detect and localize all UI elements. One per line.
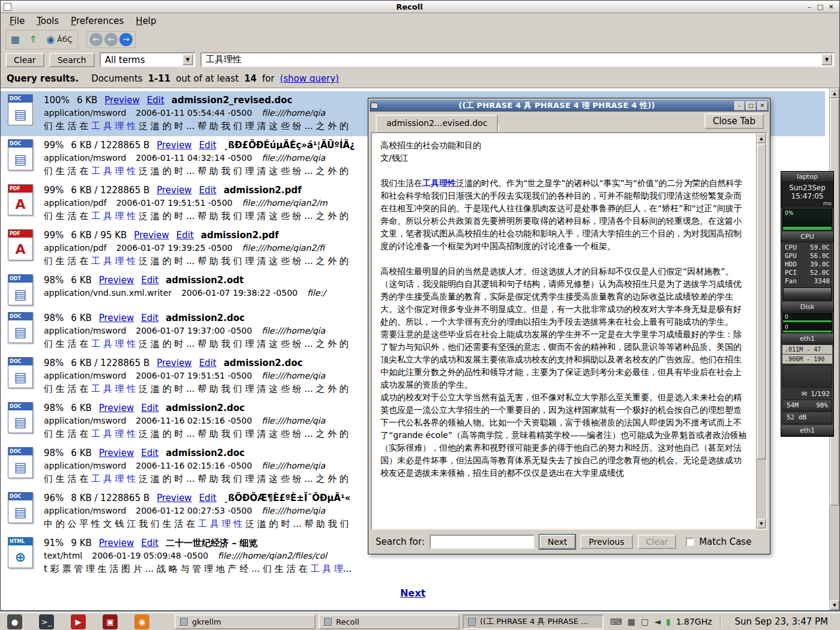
mime-type: application/vnd.sun.xml.writer [44,287,172,299]
launcher-media-icon[interactable]: ▶ [71,614,86,629]
menu-item[interactable]: File [4,14,30,28]
find-next-button[interactable]: Next [539,535,576,549]
file-type-glyph: ▤ [8,456,32,478]
edit-link[interactable]: Edit [141,537,158,550]
preview-link[interactable]: Preview [99,537,134,550]
cpu-section-header: CPU [781,232,833,242]
taskbar-window-icon [324,618,332,626]
preview-titlebar[interactable]: ((工 PHRASE 4 具 PHRASE 4 理 PHRASE 4 性)) –… [370,100,769,112]
result-line-1: 96% 8 KB / 1228865 B Preview Edit ¸ßÖÐÖÆ… [44,492,350,505]
menu-item[interactable]: Help [130,14,161,28]
relevance-percent: 91% [44,537,64,550]
minimize-icon[interactable]: – [804,2,815,11]
file-type-icon: ODT ▤ [8,274,33,305]
file-type-glyph: ▤ [8,103,32,125]
preview-link[interactable]: Preview [99,447,134,460]
next-page-link[interactable]: Next [1,587,825,599]
preview-link[interactable]: Preview [157,357,191,370]
file-type-icon: DOC ▤ [8,492,33,523]
edit-link[interactable]: Edit [141,312,158,325]
volume-icon[interactable]: ◄ [654,617,661,626]
file-size: 6 KB / 1228865 B [71,184,149,197]
chevron-down-icon[interactable]: ▼ [182,54,193,65]
gkrellm-monitor[interactable]: laptop Sun23Sep 15:47:05 mo 0% CPU CPU 5… [781,171,834,437]
preview-link[interactable]: Preview [99,312,134,325]
memory-monitor: 54M 98% [782,400,832,411]
launcher-firefox-icon[interactable]: ◉ [134,614,149,629]
preview-text-area[interactable]: 高校招生的社会功能和目的 文/钱江 我们生活在工具理性泛滥的时代。作为“世之显学… [371,132,767,530]
first-page-icon[interactable]: ← [89,33,103,46]
taskbar-window-button[interactable]: gkrellm [175,614,316,629]
menu-item[interactable]: Tools [31,14,64,28]
menu-item[interactable]: Preferences [65,14,129,28]
close-tab-button[interactable]: Close Tab [704,113,764,129]
preview-close-icon[interactable]: ✕ [757,101,767,110]
toolbar-button[interactable]: ⇑ [26,32,42,47]
edit-link[interactable]: Edit [141,274,158,287]
fan-krell-meter [783,287,832,301]
find-previous-button[interactable]: Previous [580,535,632,549]
preview-link[interactable]: Preview [157,492,191,505]
edit-link[interactable]: Edit [199,492,217,505]
preview-scroll-up-icon[interactable]: ▲ [757,133,766,143]
show-query-link[interactable]: (show query) [280,73,339,84]
launcher-package-icon[interactable]: ▣ [103,614,118,629]
edit-link[interactable]: Edit [199,139,217,152]
edit-link[interactable]: Edit [141,402,158,415]
edit-link[interactable]: Edit [199,184,217,197]
file-type-badge: DOC [8,358,32,365]
preview-scrollbar[interactable]: ▲ ▼ [756,133,766,529]
scroll-up-icon[interactable]: ▲ [830,88,839,98]
match-case-checkbox[interactable] [686,538,694,546]
preview-scroll-down-icon[interactable]: ▼ [757,518,766,529]
launcher-menu-icon[interactable]: ● [7,614,22,629]
next-page-icon[interactable]: → [119,33,133,46]
find-input[interactable] [430,535,535,549]
launcher-terminal-icon[interactable]: >_ [39,614,54,629]
preview-link[interactable]: Preview [99,402,134,415]
taskbar-window-button[interactable]: ((工 PHRASE 4 具 PHRASE ... [463,614,604,629]
search-button[interactable]: Search [49,53,95,67]
find-clear-button[interactable]: Clear [638,535,677,549]
mime-type: application/msword [44,107,126,119]
prev-page-icon[interactable]: ← [104,33,118,46]
doc-date: 2006-01-07 19:37:00 -0500 [136,325,252,337]
preview-minimize-icon[interactable]: – [734,101,745,110]
preview-link[interactable]: Preview [157,184,191,197]
relevance-percent: 98% [44,402,64,415]
sensor-value: 52.0C [810,269,830,277]
search-mode-select[interactable]: All terms ▼ [100,52,196,67]
edit-link[interactable]: Edit [176,229,194,242]
preview-paragraph: 需要注意的是这些毕业后在社会上能成功发展的学生并不一定是在大学里学习成绩最好的学… [380,328,748,391]
taskbar-clock[interactable]: Sun Sep 23, 3:47 PM [729,616,836,627]
preview-link[interactable]: Preview [104,94,139,107]
display-icon[interactable]: ▢ [641,617,649,626]
preview-link[interactable]: Preview [157,139,191,152]
preview-link[interactable]: Preview [134,229,169,242]
doc-url: file:/ [307,287,326,299]
sensor-value: 56.0C [810,252,830,260]
mime-type: application/pdf [44,197,107,209]
edit-link[interactable]: Edit [199,357,217,370]
edit-link[interactable]: Edit [141,447,158,460]
edit-link[interactable]: Edit [147,94,164,107]
preview-maximize-icon[interactable]: □ [746,101,756,110]
result-body: 98% 6 KB Preview Edit admission2.doc app… [44,447,349,485]
toolbar-button[interactable]: ▦ [8,32,25,47]
scroll-down-icon[interactable]: ▼ [830,600,839,610]
pager-icon[interactable]: ▦ [628,617,635,626]
keyboard-indicator-icon[interactable]: ⌨ [610,617,622,626]
query-input[interactable]: 工具理性 ▼ [200,52,835,67]
preview-scrollbar-thumb[interactable] [757,143,766,460]
preview-tab[interactable]: admission2...evised.doc [376,115,498,131]
maximize-icon[interactable]: □ [815,2,826,11]
taskbar-window-button[interactable]: Recoll [319,614,460,629]
main-titlebar[interactable]: Recoll – □ ✕ [1,1,839,13]
query-history-dropdown-icon[interactable]: ▼ [821,54,832,65]
battery-icon[interactable]: ▮ [666,617,671,626]
toolbar-button[interactable]: ◉ ÂбÇ [44,32,75,47]
search-mode-value: All terms [105,55,145,65]
clear-button[interactable]: Clear [5,53,44,67]
close-icon[interactable]: ✕ [826,2,836,11]
preview-link[interactable]: Preview [99,274,134,287]
